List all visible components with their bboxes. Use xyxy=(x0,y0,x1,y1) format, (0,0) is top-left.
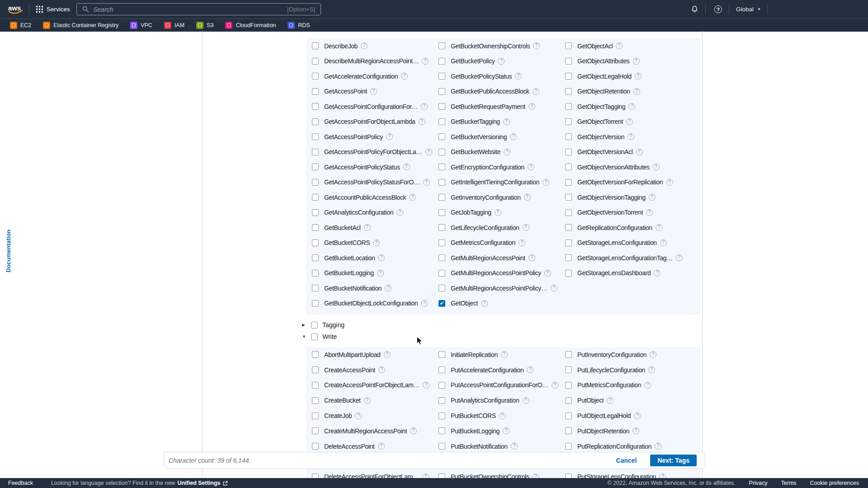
help-icon[interactable]: ? xyxy=(655,443,661,450)
action-checkbox[interactable] xyxy=(565,209,572,216)
help-icon[interactable]: ? xyxy=(361,42,368,49)
action-checkbox[interactable] xyxy=(312,58,319,65)
help-icon[interactable]: ? xyxy=(632,427,639,434)
help-icon[interactable]: ? xyxy=(515,73,522,80)
help-icon[interactable]: ? xyxy=(423,382,429,389)
action-checkbox[interactable] xyxy=(312,133,319,140)
action-checkbox[interactable] xyxy=(312,382,319,389)
action-checkbox[interactable] xyxy=(439,58,445,65)
action-checkbox[interactable] xyxy=(439,397,445,404)
action-checkbox[interactable] xyxy=(439,88,445,95)
action-checkbox[interactable] xyxy=(565,474,572,478)
action-checkbox[interactable] xyxy=(565,443,572,450)
help-icon[interactable]: ? xyxy=(607,397,613,404)
help-icon[interactable]: ? xyxy=(499,413,506,419)
favorite-ec2[interactable]: EC2 xyxy=(10,22,31,29)
action-checkbox[interactable] xyxy=(439,224,445,231)
action-checkbox[interactable] xyxy=(439,443,445,450)
help-icon[interactable]: ? xyxy=(628,103,635,110)
action-checkbox[interactable] xyxy=(312,285,319,291)
help-icon[interactable]: ? xyxy=(403,164,410,170)
help-icon[interactable]: ? xyxy=(384,351,391,358)
favorite-cloudformation[interactable]: CloudFormation xyxy=(225,22,276,29)
help-icon[interactable]: ? xyxy=(503,427,509,434)
help-button[interactable]: ? xyxy=(714,5,722,13)
help-icon[interactable]: ? xyxy=(423,179,430,186)
action-checkbox[interactable] xyxy=(312,224,319,231)
terms-link[interactable]: Terms xyxy=(781,480,797,486)
action-checkbox[interactable] xyxy=(312,103,319,110)
help-icon[interactable]: ? xyxy=(654,270,660,277)
action-checkbox[interactable] xyxy=(565,224,572,231)
action-checkbox[interactable] xyxy=(565,366,572,373)
action-checkbox[interactable] xyxy=(565,103,572,110)
action-checkbox[interactable] xyxy=(565,270,572,277)
help-icon[interactable]: ? xyxy=(385,285,392,291)
action-checkbox[interactable] xyxy=(565,42,572,49)
help-icon[interactable]: ? xyxy=(378,366,385,373)
action-checkbox[interactable] xyxy=(565,149,572,155)
action-checkbox[interactable] xyxy=(565,133,572,140)
help-icon[interactable]: ? xyxy=(370,88,377,95)
action-checkbox[interactable] xyxy=(312,179,319,186)
search-input[interactable]: Search [Option+S] xyxy=(76,3,321,15)
help-icon[interactable]: ? xyxy=(364,397,371,404)
action-checkbox[interactable] xyxy=(312,239,319,246)
help-icon[interactable]: ? xyxy=(355,413,362,419)
cookie-preferences-link[interactable]: Cookie preferences xyxy=(810,480,859,486)
help-icon[interactable]: ? xyxy=(635,73,642,80)
privacy-link[interactable]: Privacy xyxy=(749,480,768,486)
help-icon[interactable]: ? xyxy=(401,73,408,80)
help-icon[interactable]: ? xyxy=(648,366,655,373)
action-checkbox[interactable]: ✔ xyxy=(439,300,445,307)
help-icon[interactable]: ? xyxy=(544,270,551,277)
help-icon[interactable]: ? xyxy=(650,351,656,358)
help-icon[interactable]: ? xyxy=(552,382,558,389)
action-checkbox[interactable] xyxy=(312,149,319,155)
action-checkbox[interactable] xyxy=(565,254,572,261)
action-checkbox[interactable] xyxy=(439,382,445,389)
help-icon[interactable]: ? xyxy=(649,194,656,201)
action-checkbox[interactable] xyxy=(312,270,319,277)
help-icon[interactable]: ? xyxy=(419,118,425,125)
help-icon[interactable]: ? xyxy=(510,133,517,140)
action-checkbox[interactable] xyxy=(439,73,445,80)
action-checkbox[interactable] xyxy=(312,427,319,434)
action-checkbox[interactable] xyxy=(439,209,445,216)
help-icon[interactable]: ? xyxy=(644,382,651,389)
group-checkbox[interactable] xyxy=(311,322,318,328)
action-checkbox[interactable] xyxy=(565,88,572,95)
help-icon[interactable]: ? xyxy=(676,254,683,261)
action-checkbox[interactable] xyxy=(439,118,445,125)
action-checkbox[interactable] xyxy=(565,179,572,186)
help-icon[interactable]: ? xyxy=(378,254,385,261)
action-checkbox[interactable] xyxy=(312,474,319,478)
action-checkbox[interactable] xyxy=(312,366,319,373)
help-icon[interactable]: ? xyxy=(659,474,666,478)
help-icon[interactable]: ? xyxy=(409,194,416,201)
action-checkbox[interactable] xyxy=(439,413,445,419)
cancel-button[interactable]: Cancel xyxy=(616,457,637,464)
collapse-down-icon[interactable]: ▼ xyxy=(302,334,307,339)
action-checkbox[interactable] xyxy=(312,351,319,358)
action-checkbox[interactable] xyxy=(565,413,572,419)
action-checkbox[interactable] xyxy=(439,254,445,261)
help-icon[interactable]: ? xyxy=(616,42,623,49)
help-icon[interactable]: ? xyxy=(533,88,539,95)
help-icon[interactable]: ? xyxy=(634,413,641,419)
help-icon[interactable]: ? xyxy=(503,118,510,125)
action-checkbox[interactable] xyxy=(312,397,319,404)
help-icon[interactable]: ? xyxy=(633,88,640,95)
action-checkbox[interactable] xyxy=(565,382,572,389)
help-icon[interactable]: ? xyxy=(396,209,403,216)
help-icon[interactable]: ? xyxy=(378,443,385,450)
help-icon[interactable]: ? xyxy=(626,118,633,125)
favorite-iam[interactable]: IAM xyxy=(164,22,184,29)
aws-logo[interactable]: aws xyxy=(7,4,24,17)
action-checkbox[interactable] xyxy=(312,443,319,450)
unified-settings-link[interactable]: Unified Settings xyxy=(177,480,220,486)
help-icon[interactable]: ? xyxy=(660,239,667,246)
action-checkbox[interactable] xyxy=(439,164,445,170)
action-checkbox[interactable] xyxy=(565,194,572,201)
action-checkbox[interactable] xyxy=(565,118,572,125)
